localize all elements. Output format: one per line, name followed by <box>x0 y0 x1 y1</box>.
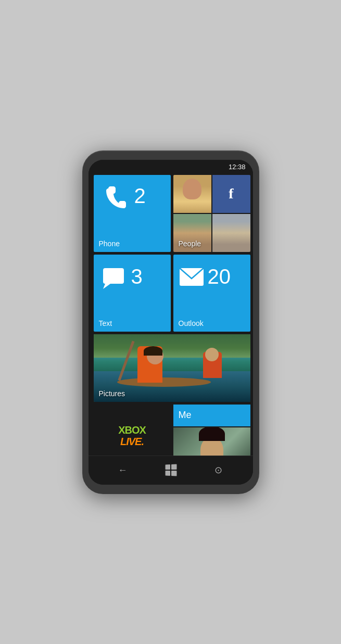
search-button[interactable]: ⊙ <box>208 460 229 481</box>
tile-people[interactable]: f People <box>173 175 250 252</box>
outlook-badge: 20 <box>208 265 231 288</box>
tiles-row-1: 2 Phone f People → <box>94 175 248 252</box>
back-button[interactable]: ← <box>112 460 133 481</box>
tile-me-bottom <box>173 427 250 456</box>
phone-icon <box>103 184 130 216</box>
tile-phone[interactable]: 2 Phone <box>94 175 171 252</box>
svg-rect-0 <box>103 268 124 284</box>
pictures-label: Pictures <box>99 389 125 398</box>
nav-bar: ← ⊙ <box>89 456 253 485</box>
chat-icon <box>101 265 128 298</box>
back-icon: ← <box>118 465 128 476</box>
windows-button[interactable] <box>160 460 181 481</box>
win-pane-3 <box>165 471 170 476</box>
xbox-text: XBOX <box>118 424 146 436</box>
tiles-row-3: Pictures <box>94 334 248 402</box>
tile-pictures[interactable]: Pictures <box>94 334 250 402</box>
win-pane-1 <box>165 464 170 470</box>
me-label: Me <box>179 410 192 421</box>
win-pane-2 <box>171 464 177 470</box>
tile-outlook[interactable]: 20 Outlook <box>173 255 250 332</box>
tiles-row-4: XBOX LIVE. Games Me <box>94 405 248 456</box>
xbox-logo: XBOX LIVE. <box>118 424 146 447</box>
status-bar: 12:38 <box>89 160 253 173</box>
search-icon: ⊙ <box>214 464 222 476</box>
phone-screen: 12:38 2 Phone <box>89 160 253 485</box>
people-label: People <box>179 239 201 248</box>
outlook-label: Outlook <box>179 319 204 327</box>
people-photo-2: f <box>212 175 250 213</box>
people-photo-1 <box>173 175 211 213</box>
tiles-row-2: 3 Text 20 Outlook <box>94 255 248 332</box>
phone-label: Phone <box>99 239 120 248</box>
text-badge: 3 <box>131 265 143 288</box>
svg-marker-1 <box>103 284 110 289</box>
people-photo-4 <box>212 214 250 252</box>
tile-text[interactable]: 3 Text <box>94 255 171 332</box>
home-content: 2 Phone f People → <box>89 173 253 456</box>
status-time: 12:38 <box>229 163 246 171</box>
tile-games[interactable]: XBOX LIVE. Games <box>94 405 171 456</box>
phone-badge: 2 <box>134 184 146 208</box>
text-label: Text <box>99 319 112 327</box>
mail-icon <box>179 266 205 292</box>
phone-device: 12:38 2 Phone <box>82 150 259 494</box>
windows-logo-icon <box>165 464 176 476</box>
live-logo: LIVE. <box>118 436 146 447</box>
tile-me-top: Me <box>173 405 250 426</box>
tile-me-container[interactable]: Me <box>173 405 250 456</box>
live-text: LIVE. <box>120 436 144 447</box>
win-pane-4 <box>171 471 177 476</box>
me-photo <box>173 427 250 456</box>
